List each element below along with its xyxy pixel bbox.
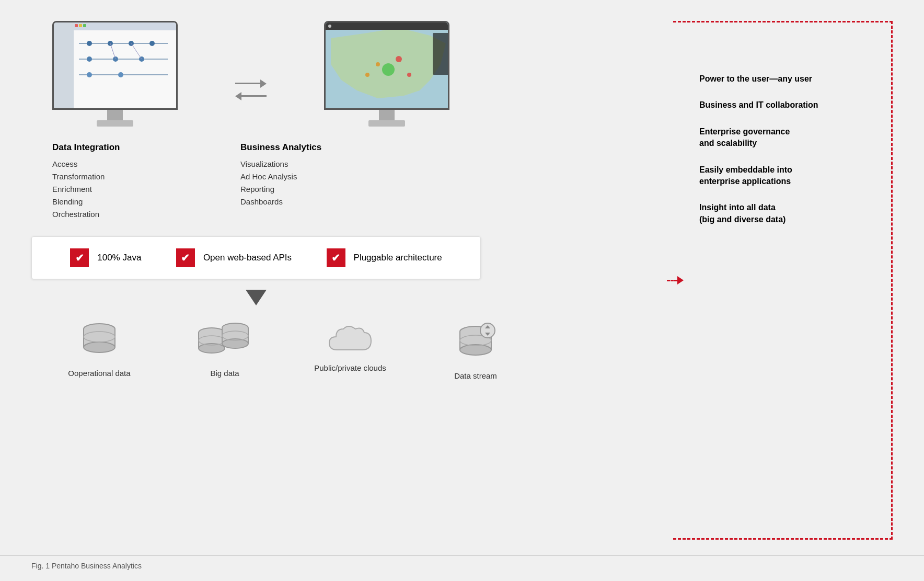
svg-point-3 (87, 41, 92, 46)
svg-point-31 (84, 342, 115, 352)
single-db-icon (81, 321, 118, 362)
data-icon-label: Data stream (454, 371, 497, 380)
right-panel-item: Insight into all data(big and diverse da… (699, 202, 882, 225)
cloud-icon (327, 321, 374, 355)
data-icon-label: Public/private clouds (314, 363, 386, 372)
data-icon-col: Ooperational data (52, 321, 146, 378)
right-panel-item: Power to the user—any user (699, 73, 882, 85)
svg-point-23 (396, 56, 402, 62)
ba-monitor-base (368, 120, 405, 127)
svg-point-26 (365, 73, 369, 77)
checkbox-strip: ✔100% Java✔Open web-based APIs✔Pluggable… (31, 236, 481, 279)
checkbox-label: Pluggable architecture (354, 253, 442, 263)
data-stream-icon (452, 321, 499, 363)
ba-list-item: Dashboards (240, 196, 366, 208)
down-arrow-area (31, 290, 481, 305)
ba-list-item: Reporting (240, 183, 366, 196)
right-panel-item: Easily embeddable intoenterprise applica… (699, 164, 882, 188)
footer-text: Fig. 1 Pentaho Business Analytics (31, 562, 142, 570)
svg-rect-16 (79, 24, 82, 27)
bi-arrows (235, 79, 267, 100)
svg-point-10 (87, 72, 92, 77)
ba-list-item: Ad Hoc Analysis (240, 170, 366, 183)
down-arrow-icon (246, 290, 267, 305)
dotted-arrow-line (667, 280, 677, 281)
di-sidebar (54, 22, 74, 108)
di-content (74, 22, 176, 108)
arrow-right (235, 79, 267, 88)
di-list-item: Transformation (52, 170, 178, 183)
di-items: AccessTransformationEnrichmentBlendingOr… (52, 158, 178, 221)
database-icon (81, 321, 118, 360)
checkbox-item: ✔Pluggable architecture (327, 248, 442, 267)
svg-point-24 (376, 62, 380, 66)
di-screen (54, 22, 176, 108)
di-monitor (52, 21, 178, 110)
big-data-icon (196, 321, 253, 360)
ba-map-svg (326, 22, 448, 108)
di-list-item: Access (52, 158, 178, 170)
svg-point-49 (460, 345, 491, 355)
content-row: Data Integration AccessTransformationEnr… (31, 142, 663, 221)
di-title: Data Integration (52, 142, 178, 153)
arrow-spacer (220, 79, 282, 127)
right-panel-item: Enterprise governanceand scalability (699, 126, 882, 150)
di-list-item: Orchestration (52, 208, 178, 221)
svg-rect-19 (326, 22, 448, 30)
svg-point-20 (328, 25, 331, 28)
svg-line-13 (131, 43, 142, 59)
di-monitor-base (97, 120, 133, 127)
data-icon-col: Big data (178, 321, 272, 378)
di-list-item: Enrichment (52, 183, 178, 196)
left-section: Data Integration AccessTransformationEnr… (31, 21, 663, 540)
checkbox-label: Open web-based APIs (203, 253, 292, 263)
main-container: Data Integration AccessTransformationEnr… (0, 0, 924, 550)
right-section: Power to the user—any userBusiness and I… (684, 21, 893, 540)
monitors-row (31, 21, 663, 127)
svg-line-12 (110, 43, 116, 59)
arrow-left (235, 92, 267, 100)
ba-items: VisualizationsAd Hoc AnalysisReportingDa… (240, 158, 366, 208)
right-panel-item: Business and IT collaboration (699, 99, 882, 111)
ba-monitor-wrapper (324, 21, 449, 127)
svg-rect-15 (75, 24, 78, 27)
stream-db-icon (452, 321, 499, 365)
svg-rect-14 (74, 22, 176, 30)
cloud-icon (327, 321, 374, 357)
svg-point-7 (87, 56, 92, 62)
ba-monitor (324, 21, 449, 110)
checkbox-item: ✔Open web-based APIs (176, 248, 292, 267)
svg-rect-17 (83, 24, 86, 27)
right-items: Power to the user—any userBusiness and I… (684, 52, 893, 246)
dotted-arrow-head (677, 276, 684, 284)
footer: Fig. 1 Pentaho Business Analytics (0, 555, 924, 581)
data-icon-col: Public/private clouds (303, 321, 397, 372)
ba-monitor-neck (379, 110, 395, 120)
ba-title: Business Analytics (240, 142, 366, 153)
ba-label-col: Business Analytics VisualizationsAd Hoc … (240, 142, 366, 208)
data-icon-label: Ooperational data (68, 369, 130, 378)
svg-point-22 (382, 63, 395, 76)
data-icon-col: Data stream (429, 321, 523, 380)
svg-rect-21 (433, 33, 448, 75)
di-label-col: Data Integration AccessTransformationEnr… (52, 142, 178, 221)
data-icon-label: Big data (210, 369, 239, 378)
ba-list-item: Visualizations (240, 158, 366, 170)
di-monitor-wrapper (52, 21, 178, 127)
checkbox-item: ✔100% Java (70, 248, 141, 267)
dotted-arrow (667, 276, 684, 284)
svg-point-11 (118, 72, 123, 77)
checkmark-icon: ✔ (176, 248, 195, 267)
checkmark-icon: ✔ (70, 248, 89, 267)
checkmark-icon: ✔ (327, 248, 345, 267)
di-monitor-neck (107, 110, 123, 120)
checkbox-label: 100% Java (97, 253, 141, 263)
data-icons-row: Ooperational data Big data Public/privat… (31, 321, 663, 380)
double-db-icon (196, 321, 253, 362)
svg-point-6 (149, 41, 155, 46)
arrow-area-labels (178, 142, 240, 147)
svg-point-25 (407, 73, 411, 77)
ba-screen (326, 22, 448, 108)
di-flow-svg (74, 22, 176, 108)
di-list-item: Blending (52, 196, 178, 208)
